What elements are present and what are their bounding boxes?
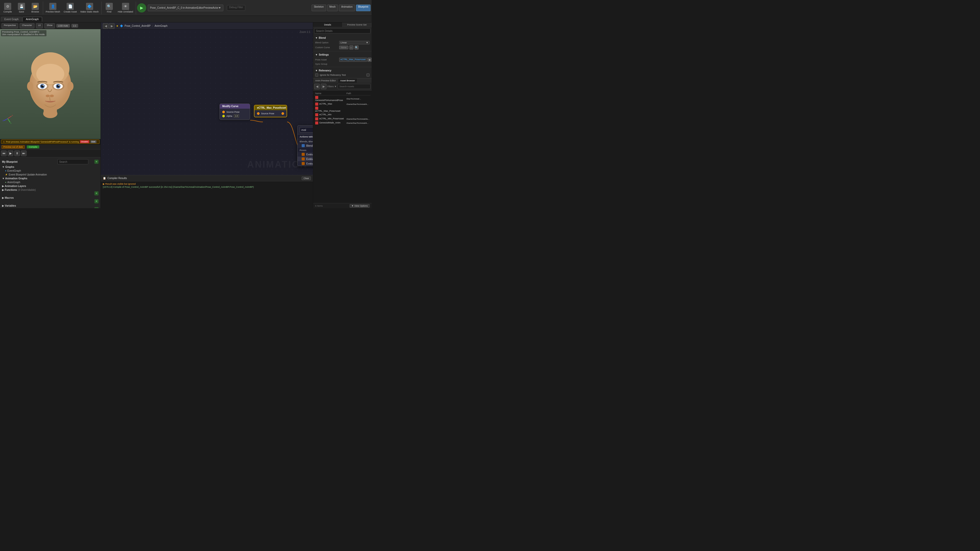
asset-table-row[interactable]: eCTRL_Max_PoseAsset bbox=[314, 106, 371, 113]
functions-section[interactable]: ▶ Functions (4 Overridable) + bbox=[1, 188, 100, 196]
lit-button[interactable]: Lit bbox=[36, 23, 43, 28]
edit-button[interactable]: Edit bbox=[90, 140, 97, 143]
event-blueprint-update[interactable]: ⚡Event Blueprint Update Animation bbox=[1, 173, 100, 176]
asset-nav-forward[interactable]: ▶ bbox=[321, 84, 326, 89]
filters-label[interactable]: Filters ▼ bbox=[328, 85, 337, 88]
hide-unrelated-icon: 👁 bbox=[122, 3, 129, 10]
breadcrumb-star[interactable]: ★ bbox=[116, 24, 118, 27]
asset-table-row[interactable]: eCTRL_Min_PoseAsset/Game/DazToUnreal/As.… bbox=[314, 117, 371, 121]
blueprint-search[interactable] bbox=[57, 159, 88, 164]
anim-preview-tab[interactable]: Anim Preview Editor bbox=[313, 79, 338, 83]
animation-button[interactable]: Animation bbox=[339, 5, 355, 11]
macros-section[interactable]: ▶ Macros + bbox=[1, 196, 100, 204]
blend-header[interactable]: ▼ Blend bbox=[315, 35, 369, 40]
asset-table-row[interactable]: Genesis8ToHumanoidPose/DazToUnreal/... bbox=[314, 95, 371, 102]
graph-area[interactable]: Zoom 1:1 ANIMATION Modify Curve Source P… bbox=[101, 30, 313, 175]
ignore-relevancy-checkbox-2[interactable] bbox=[366, 73, 369, 76]
compiler-title: Compiler Results bbox=[107, 177, 127, 179]
play-button[interactable]: ▶ bbox=[137, 3, 146, 13]
anim-bp-dropdown[interactable]: Pose_Control_AnimBP_C_0 in AnimationEdit… bbox=[148, 5, 223, 11]
graph-breadcrumb: ◀ ▶ ★ 🔷 Pose_Control_AnimBP › AnimGraph bbox=[101, 22, 313, 30]
pose-asset-dropdown[interactable]: eCTRL_Max_PoseAsset bbox=[339, 58, 367, 62]
nav-forward-button[interactable]: ▶ bbox=[109, 23, 115, 29]
blend-poses-item[interactable]: Blend Poses (ESequenceEvalPoint) bbox=[298, 143, 313, 148]
path-column-header: Path bbox=[345, 92, 371, 95]
skeleton-button[interactable]: Skeleton bbox=[312, 5, 326, 11]
asset-table-row[interactable]: eCTRL_Max/Game/DazToUnreal/A... bbox=[314, 102, 371, 106]
details-tab[interactable]: Details bbox=[313, 22, 342, 27]
context-search-input[interactable] bbox=[300, 127, 313, 133]
evaluate-pose-max-item[interactable]: Evaluate Pose eCTRL_Max_PoseAsset bbox=[298, 152, 313, 157]
preview-scene-tab[interactable]: Preview Scene Set bbox=[342, 22, 372, 27]
relevancy-header[interactable]: ▼ Relevancy bbox=[315, 68, 369, 73]
play-button[interactable]: ▶ bbox=[8, 151, 13, 156]
anim-layers-section[interactable]: ▶ Animation Layers bbox=[1, 184, 100, 188]
perspective-button[interactable]: Perspective bbox=[2, 23, 18, 28]
variables-section[interactable]: ▶ Variables + bbox=[1, 204, 100, 208]
anim-graph-item[interactable]: ●AnimGraph bbox=[1, 180, 100, 184]
make-static-mesh-button[interactable]: 🔷 Make Static Mesh bbox=[79, 1, 100, 15]
separator-3 bbox=[136, 2, 136, 14]
evaluate-pose-min-item[interactable]: Evaluate Pose eCTRL_Min_PoseAsset eCTRL_… bbox=[298, 157, 313, 161]
debug-filter-input[interactable]: Debug Filter bbox=[227, 5, 245, 11]
graphs-section[interactable]: ▼ Graphs bbox=[1, 165, 100, 169]
add-blueprint-button[interactable]: + bbox=[94, 160, 99, 164]
preview-mesh-button[interactable]: 👤 Preview Mesh bbox=[44, 1, 62, 15]
details-search[interactable] bbox=[314, 28, 371, 33]
tab-event-graph[interactable]: Event Graph bbox=[1, 17, 22, 21]
view-options-button[interactable]: ▼ View Options bbox=[350, 204, 369, 208]
pause-button[interactable]: ⏸ bbox=[14, 151, 20, 156]
eval-min-icon bbox=[302, 157, 305, 160]
nav-back-button[interactable]: ◀ bbox=[103, 23, 108, 29]
evaluate-pose-genesis-item[interactable]: Evaluate Pose GenesisToHumanoidPose bbox=[298, 161, 313, 166]
browse-button[interactable]: 📂 Browse bbox=[29, 1, 42, 15]
ectrl-max-header: eCTRL_Max_PoseAsset bbox=[255, 105, 286, 110]
character-button[interactable]: Character bbox=[20, 23, 35, 28]
save-icon: 💾 bbox=[18, 3, 25, 10]
pose-asset-btn-1[interactable]: ⊕ bbox=[368, 58, 372, 62]
ectrl-out-pin-circle bbox=[282, 112, 284, 115]
custom-curve-search-btn[interactable]: 🔍 bbox=[355, 45, 359, 49]
tab-anim-graph[interactable]: AnimGraph bbox=[22, 17, 42, 21]
breadcrumb-graph[interactable]: AnimGraph bbox=[155, 24, 168, 27]
show-button[interactable]: Show bbox=[45, 23, 55, 28]
modify-curve-node[interactable]: Modify Curve Source Pose Alpha 1.0 bbox=[220, 103, 250, 120]
preview-outdated-badge: Preview out of date bbox=[2, 145, 25, 149]
asset-table-row[interactable]: eCTRL_Min bbox=[314, 113, 371, 117]
breadcrumb-sep: › bbox=[152, 24, 153, 27]
browse-icon: 📂 bbox=[32, 3, 39, 10]
compile-status-button[interactable]: Compile bbox=[27, 145, 39, 148]
hide-unrelated-button[interactable]: 👁 Hide Unrelated bbox=[116, 1, 135, 15]
prev-frame-button[interactable]: ⏮ bbox=[1, 151, 6, 156]
save-button[interactable]: 💾 Save bbox=[15, 1, 28, 15]
find-button[interactable]: 🔍 Find bbox=[103, 1, 116, 15]
mesh-button[interactable]: Mesh bbox=[327, 5, 338, 11]
blend-title: Blend bbox=[319, 37, 326, 39]
custom-curve-label: Custom Curve bbox=[315, 46, 338, 49]
ignore-relevancy-checkbox[interactable] bbox=[315, 73, 318, 76]
asset-browser-tab[interactable]: Asset Browser bbox=[338, 79, 357, 83]
ectrl-max-body: Source Pose bbox=[255, 110, 286, 117]
event-graph-item[interactable]: ●EventGraph bbox=[1, 169, 100, 173]
add-variable-button[interactable]: + bbox=[94, 207, 99, 208]
asset-path: /Game/DazToUnreal/A... bbox=[345, 121, 371, 125]
create-asset-button[interactable]: 📄 Create Asset bbox=[62, 1, 79, 15]
compile-button[interactable]: ⚙ Compile bbox=[1, 1, 14, 15]
ignore-relevancy-row: Ignore for Relevancy Test bbox=[315, 73, 369, 77]
next-frame-button[interactable]: ⏭ bbox=[21, 151, 27, 156]
clear-button[interactable]: Clear bbox=[302, 176, 311, 180]
settings-header[interactable]: ▼ Settings bbox=[315, 52, 369, 57]
custom-curve-pick-btn[interactable]: ← bbox=[349, 45, 353, 49]
add-macro-button[interactable]: + bbox=[94, 199, 99, 203]
asset-table-row[interactable]: Genesis8Male_Anim/Game/DazToUnreal/A... bbox=[314, 121, 371, 125]
blend-option-dropdown[interactable]: Linear ▼ bbox=[339, 41, 369, 44]
asset-nav-back[interactable]: ◀ bbox=[314, 84, 320, 89]
anim-graphs-section[interactable]: ▼ Animation Graphs bbox=[1, 176, 100, 180]
warning-bar: ⚠ Post process Animation Blueprint 'Gene… bbox=[1, 140, 100, 144]
blueprint-button[interactable]: Blueprint bbox=[356, 5, 371, 11]
disable-button[interactable]: Disable bbox=[80, 140, 89, 143]
add-function-button[interactable]: + bbox=[94, 191, 99, 195]
asset-search-input[interactable] bbox=[338, 84, 371, 89]
breadcrumb-asset[interactable]: Pose_Control_AnimBP bbox=[124, 24, 151, 27]
ectrl-max-node[interactable]: eCTRL_Max_PoseAsset Source Pose bbox=[254, 105, 287, 118]
